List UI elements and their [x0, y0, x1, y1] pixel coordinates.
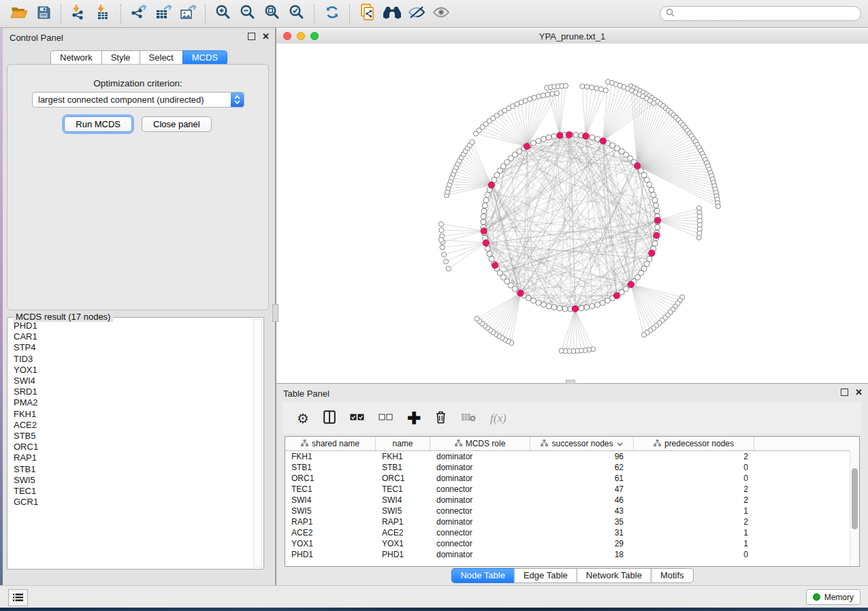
float-panel-icon[interactable] — [841, 389, 848, 396]
column-header-name[interactable]: name — [376, 437, 430, 450]
mcds-result-item[interactable]: PMA2 — [14, 397, 251, 408]
export-table-button[interactable] — [151, 3, 176, 24]
mcds-result-item[interactable]: TEC1 — [14, 486, 251, 497]
tab-node-table[interactable]: Node Table — [451, 568, 515, 583]
table-row[interactable]: YOX1YOX1connector291 — [285, 538, 859, 549]
table-cell: YOX1 — [285, 539, 376, 548]
toolbar-separator — [61, 4, 62, 23]
deselect-all-button[interactable] — [379, 409, 393, 428]
table-settings-button[interactable]: ⚙ — [297, 409, 309, 428]
table-cell: PHD1 — [285, 550, 376, 559]
mcds-result-item[interactable]: PHD1 — [14, 320, 251, 331]
export-network-icon — [130, 4, 148, 23]
mcds-result-item[interactable]: RAP1 — [14, 452, 251, 463]
mcds-result-item[interactable]: ORC1 — [14, 442, 251, 452]
column-header-shared-name[interactable]: shared name — [285, 437, 376, 450]
tab-select[interactable]: Select — [140, 50, 183, 65]
close-panel-button[interactable]: Close panel — [142, 116, 212, 132]
memory-button[interactable]: Memory — [806, 589, 861, 605]
table-cell: 2 — [634, 484, 754, 494]
network-window-titlebar[interactable]: YPA_prune.txt_1 — [276, 29, 868, 44]
table-tabs: Node TableEdge TableNetwork TableMotifs — [451, 568, 693, 583]
close-panel-icon[interactable]: ✕ — [855, 389, 863, 395]
delete-table-button[interactable] — [461, 409, 476, 428]
mcds-result-group: MCDS result (17 nodes) PHD1CAR1STP4TID3Y… — [7, 317, 264, 569]
mcds-result-item[interactable]: STB5 — [14, 431, 251, 442]
table-cell: 61 — [530, 474, 634, 483]
mcds-result-item[interactable]: TID3 — [14, 354, 251, 365]
export-network-button[interactable] — [127, 3, 151, 24]
save-session-button[interactable] — [31, 3, 56, 24]
show-graphics-details-button[interactable] — [429, 3, 453, 24]
tab-motifs[interactable]: Motifs — [651, 568, 694, 583]
share-document-button[interactable] — [355, 3, 380, 24]
optimization-criterion-select[interactable]: largest connected component (undirected) — [32, 92, 244, 108]
table-cell: SWI4 — [285, 495, 376, 505]
show-panels-button[interactable] — [8, 589, 28, 606]
mcds-result-item[interactable]: CAR1 — [14, 331, 251, 342]
table-row[interactable]: STB1STB1dominator620 — [285, 462, 859, 473]
function-builder-button[interactable]: f(x) — [490, 409, 507, 428]
tab-style[interactable]: Style — [101, 50, 140, 65]
tab-edge-table[interactable]: Edge Table — [514, 568, 577, 583]
select-all-button[interactable] — [350, 409, 364, 428]
table-row[interactable]: SWI4SWI4dominator462 — [285, 495, 859, 506]
mcds-result-scrollbar[interactable] — [253, 319, 262, 567]
import-table-button[interactable] — [91, 3, 116, 24]
mcds-result-item[interactable]: STP4 — [14, 342, 251, 353]
mcds-result-item[interactable]: SRD1 — [14, 386, 251, 397]
mcds-result-item[interactable]: STB1 — [14, 464, 251, 475]
show-columns-button[interactable] — [323, 409, 336, 428]
tab-network[interactable]: Network — [50, 50, 102, 65]
checked-boxes-icon — [350, 412, 364, 425]
tab-mcds[interactable]: MCDS — [182, 50, 227, 65]
mcds-result-item[interactable]: SWI4 — [14, 376, 251, 386]
table-scrollbar[interactable] — [850, 450, 859, 566]
mcds-result-item[interactable]: GCR1 — [14, 497, 251, 508]
zoom-selected-button[interactable] — [285, 3, 309, 24]
table-row[interactable]: SWI5SWI5connector431 — [285, 506, 859, 516]
table-cell: connector — [430, 539, 530, 548]
delete-column-button[interactable] — [435, 409, 447, 428]
float-panel-icon[interactable] — [248, 33, 255, 40]
mcds-result-item[interactable]: YOX1 — [14, 365, 251, 376]
network-canvas[interactable] — [276, 44, 868, 383]
horizontal-splitter-handle[interactable] — [566, 380, 575, 384]
table-row[interactable]: TEC1TEC1connector472 — [285, 484, 859, 495]
node-table: shared namenameMCDS rolesuccessor nodesp… — [285, 436, 860, 567]
control-panel-header: Control Panel ✕ — [3, 28, 275, 46]
table-row[interactable]: PHD1PHD1dominator180 — [285, 549, 859, 560]
add-column-button[interactable]: ✚ — [407, 409, 421, 428]
table-row[interactable]: ACE2ACE2connector311 — [285, 527, 859, 538]
search-input[interactable] — [678, 8, 855, 19]
mcds-result-item[interactable]: FKH1 — [14, 409, 251, 420]
column-header-MCDS-role[interactable]: MCDS role — [430, 437, 530, 450]
hide-graphics-details-button[interactable] — [404, 3, 429, 24]
close-panel-icon[interactable]: ✕ — [262, 33, 270, 39]
mcds-result-item[interactable]: SWI5 — [14, 475, 251, 486]
table-row[interactable]: ORC1ORC1dominator610 — [285, 473, 859, 484]
table-row[interactable]: FKH1FKH1dominator962 — [285, 451, 859, 462]
zoom-fit-button[interactable] — [260, 3, 285, 24]
table-scrollbar-thumb[interactable] — [852, 468, 858, 529]
run-mcds-button[interactable]: Run MCDS — [64, 116, 132, 132]
mcds-result-list[interactable]: PHD1CAR1STP4TID3YOX1SWI4SRD1PMA2FKH1ACE2… — [9, 320, 251, 567]
table-row[interactable]: RAP1RAP1dominator352 — [285, 516, 859, 527]
zoom-out-button[interactable] — [236, 3, 260, 24]
refresh-button[interactable] — [320, 3, 344, 24]
search-field[interactable] — [660, 6, 861, 21]
search-network-button[interactable] — [380, 3, 404, 24]
open-file-button[interactable] — [7, 3, 31, 24]
import-network-button[interactable] — [67, 3, 91, 24]
toolbar-separator — [120, 4, 122, 23]
chevron-down-icon[interactable] — [617, 439, 623, 448]
tab-network-table[interactable]: Network Table — [577, 568, 652, 583]
column-header-successor-nodes[interactable]: successor nodes — [530, 437, 634, 450]
table-cell: ORC1 — [285, 474, 376, 483]
export-image-button[interactable] — [176, 3, 200, 24]
vertical-splitter-handle[interactable] — [272, 304, 278, 322]
mcds-result-item[interactable]: ACE2 — [14, 420, 251, 431]
zoom-in-button[interactable] — [211, 3, 236, 24]
sitemap-icon — [455, 439, 462, 448]
column-header-predecessor-nodes[interactable]: predecessor nodes — [634, 437, 754, 450]
